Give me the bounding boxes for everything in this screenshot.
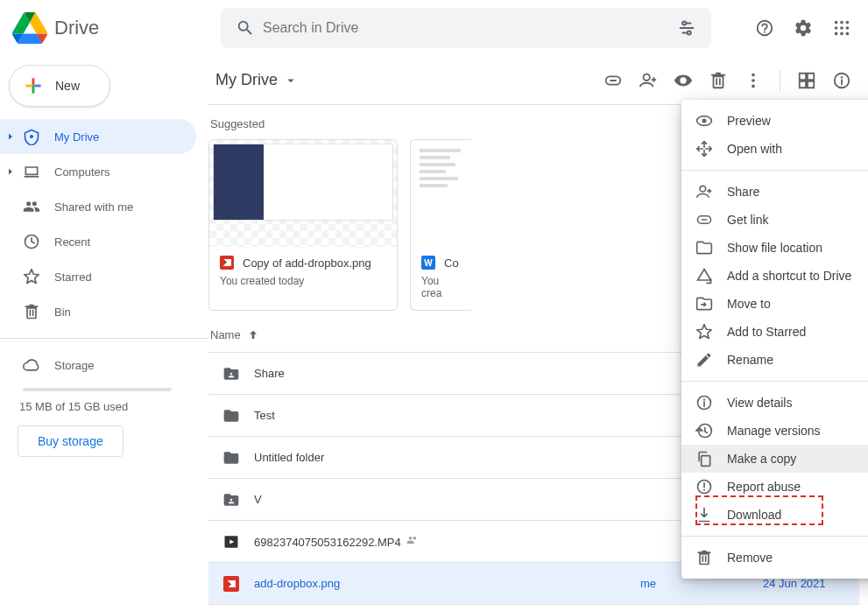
more-vert-icon[interactable] — [736, 63, 771, 98]
nav-label: Starred — [54, 270, 92, 284]
link-icon — [695, 211, 713, 228]
svg-point-10 — [846, 32, 850, 36]
bin-icon — [23, 303, 40, 320]
search-bar[interactable] — [221, 8, 711, 48]
card-title: Co — [444, 256, 459, 270]
ctx-download[interactable]: Download — [681, 501, 868, 529]
nav-storage[interactable]: Storage — [0, 348, 196, 383]
preview-eye-icon — [695, 112, 713, 130]
history-icon — [695, 422, 713, 439]
chevron-down-icon — [283, 73, 299, 88]
ctx-rename[interactable]: Rename — [681, 346, 868, 374]
ctx-make-a-copy[interactable]: Make a copy — [681, 445, 868, 473]
video-file-icon — [222, 533, 240, 551]
svg-point-3 — [840, 21, 843, 25]
app-title: Drive — [54, 17, 99, 39]
shortcut-drive-icon — [695, 267, 713, 284]
svg-point-8 — [835, 32, 838, 36]
nav-label: Computers — [54, 165, 110, 179]
nav-label: Bin — [54, 306, 71, 319]
image-file-icon — [222, 575, 240, 593]
ctx-manage-versions[interactable]: Manage versions — [681, 417, 868, 445]
card-thumbnail — [209, 140, 397, 247]
image-file-icon — [220, 256, 234, 270]
share-person-icon[interactable] — [631, 63, 666, 98]
svg-point-16 — [752, 84, 755, 88]
help-icon[interactable] — [747, 11, 782, 46]
search-icon[interactable] — [228, 11, 263, 46]
breadcrumb[interactable]: My Drive — [208, 63, 306, 98]
copy-icon — [695, 450, 713, 467]
content-pane: My Drive Suggested Copy of a — [208, 56, 868, 611]
nav-my-drive[interactable]: My Drive — [0, 119, 196, 154]
report-icon — [695, 478, 713, 495]
column-name: Name — [210, 328, 241, 341]
nav-computers[interactable]: Computers — [0, 154, 196, 189]
rename-pencil-icon — [695, 351, 713, 369]
search-options-icon[interactable] — [669, 11, 704, 46]
ctx-move-to[interactable]: Move to — [681, 290, 868, 318]
search-input[interactable] — [263, 20, 669, 36]
file-name: add-dropbox.png — [254, 577, 640, 590]
get-link-icon[interactable] — [596, 63, 631, 98]
folder-icon — [222, 407, 240, 425]
new-button-label: New — [55, 79, 80, 93]
word-file-icon: W — [421, 256, 435, 270]
buy-storage-button[interactable]: Buy storage — [18, 425, 123, 457]
settings-gear-icon[interactable] — [786, 11, 821, 46]
svg-point-4 — [846, 21, 850, 25]
svg-point-20 — [230, 498, 233, 501]
expand-icon[interactable] — [4, 165, 18, 179]
recent-icon — [23, 233, 40, 250]
nav-recent[interactable]: Recent — [0, 224, 196, 259]
ctx-show-location[interactable]: Show file location — [681, 234, 868, 262]
storage-usage-text: 15 MB of 15 GB used — [19, 400, 208, 413]
file-owner: me — [640, 577, 763, 590]
logo-area[interactable]: Drive — [12, 11, 221, 46]
svg-point-0 — [682, 21, 686, 25]
new-button[interactable]: New — [9, 65, 110, 107]
suggested-card[interactable]: Copy of add-dropbox.png You created toda… — [208, 139, 398, 311]
computers-icon — [23, 163, 40, 180]
preview-eye-icon[interactable] — [666, 63, 701, 98]
card-subtitle: You created today — [220, 275, 386, 287]
svg-point-2 — [835, 21, 838, 25]
ctx-get-link[interactable]: Get link — [681, 206, 868, 234]
ctx-preview[interactable]: Preview — [681, 107, 868, 135]
file-modified: 24 Jun 2021 — [763, 577, 859, 590]
move-to-icon — [695, 295, 713, 313]
svg-point-5 — [835, 26, 838, 30]
ctx-add-to-starred[interactable]: Add to Starred — [681, 318, 868, 346]
storage-cloud-icon — [23, 356, 40, 374]
svg-point-7 — [846, 26, 850, 30]
ctx-add-shortcut[interactable]: Add a shortcut to Drive — [681, 262, 868, 290]
suggested-card[interactable]: WCo You crea — [410, 139, 471, 311]
apps-grid-icon[interactable] — [824, 11, 859, 46]
person-add-icon — [695, 183, 713, 200]
svg-point-14 — [752, 73, 755, 76]
download-icon — [695, 506, 713, 523]
nav-starred[interactable]: Starred — [0, 259, 196, 294]
nav-label: Storage — [54, 359, 95, 372]
sidebar: New My Drive Computers Shared with me Re… — [0, 56, 208, 611]
nav-label: My Drive — [54, 130, 99, 144]
delete-trash-icon[interactable] — [701, 63, 736, 98]
ctx-report-abuse[interactable]: Report abuse — [681, 473, 868, 501]
plus-icon — [22, 74, 45, 97]
expand-icon[interactable] — [4, 130, 18, 144]
nav-shared-with-me[interactable]: Shared with me — [0, 189, 196, 224]
app-header: Drive — [0, 0, 868, 56]
folder-shared-icon — [222, 491, 240, 509]
svg-point-28 — [703, 399, 705, 401]
folder-shared-icon — [222, 365, 240, 383]
info-icon[interactable] — [824, 63, 859, 98]
nav-label: Recent — [54, 235, 90, 249]
ctx-share[interactable]: Share — [681, 178, 868, 206]
nav-bin[interactable]: Bin — [0, 294, 196, 329]
info-icon — [695, 394, 713, 411]
ctx-view-details[interactable]: View details — [681, 389, 868, 417]
grid-view-icon[interactable] — [789, 63, 824, 98]
ctx-remove[interactable]: Remove — [681, 544, 868, 572]
ctx-open-with[interactable]: Open with — [681, 135, 868, 163]
my-drive-icon — [23, 128, 40, 145]
